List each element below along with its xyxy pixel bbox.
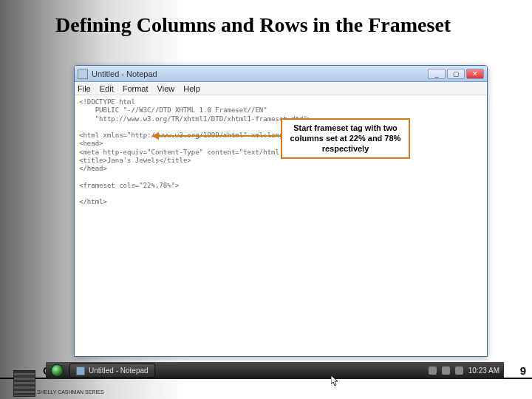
menu-view[interactable]: View [157,84,175,93]
taskbar: Untitled - Notepad 10:23 AM [46,362,504,379]
series-logo [13,370,35,397]
menu-format[interactable]: Format [123,84,149,93]
menu-help[interactable]: Help [183,84,200,93]
taskbar-item-label: Untitled - Notepad [89,366,149,375]
code-line: </html> [79,198,107,205]
code-line: <!DOCTYPE html [79,98,135,106]
series-logo-text: SHELLY CASHMAN SERIES [37,389,104,395]
code-line: </head> [79,165,107,172]
tray-icon[interactable] [442,366,450,375]
notepad-window: Untitled - Notepad _ ▢ ✕ File Edit Forma… [74,65,488,357]
notepad-title-text: Untitled - Notepad [92,69,428,78]
footer-page-number: 9 [520,364,526,377]
clock[interactable]: 10:23 AM [468,366,499,375]
volume-icon[interactable] [455,366,463,375]
notepad-task-icon [76,366,85,375]
menu-file[interactable]: File [78,84,91,93]
notepad-titlebar: Untitled - Notepad _ ▢ ✕ [75,66,487,82]
slide: Defining Columns and Rows in the Framese… [0,0,532,399]
taskbar-item-notepad[interactable]: Untitled - Notepad [69,364,155,378]
close-button[interactable]: ✕ [466,69,484,79]
notepad-menubar: File Edit Format View Help [75,82,487,95]
callout-arrow [157,135,283,137]
start-button[interactable] [46,362,68,379]
slide-title: Defining Columns and Rows in the Framese… [55,13,469,37]
system-tray: 10:23 AM [424,366,504,375]
menu-edit[interactable]: Edit [100,84,114,93]
callout-box: Start frameset tag with two columns set … [281,118,410,159]
code-line: <frameset cols="22%,78%"> [79,182,179,189]
code-line: PUBLIC "-//W3C//DTD XHTML 1.0 Frameset//… [79,106,267,114]
notepad-icon [78,69,88,79]
minimize-button[interactable]: _ [428,69,446,79]
window-buttons: _ ▢ ✕ [428,69,484,79]
maximize-button[interactable]: ▢ [447,69,465,79]
code-line: <title>Jana's Jewels</title> [79,157,191,164]
code-line: <head> [79,140,103,147]
tray-icon[interactable] [429,366,437,375]
code-line: "http://www.w3.org/TR/xhtml1/DTD/xhtml1-… [79,115,311,123]
start-orb-icon [51,364,64,377]
